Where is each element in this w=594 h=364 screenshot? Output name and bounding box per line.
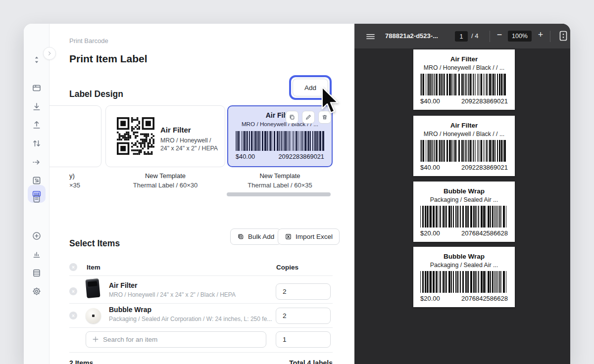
remove-item-button[interactable]: × (69, 312, 77, 319)
preview-label: Bubble Wrap Packaging / Sealed Air ... $… (413, 247, 515, 307)
tables-icon[interactable] (32, 268, 42, 278)
edit-template-button[interactable] (302, 111, 315, 124)
pdf-preview-panel: 788821a2-d523-... 1 / 4 − 100% + Air Fil… (354, 24, 570, 364)
print-label-panel: Print Barcode Print Item Label Label Des… (50, 24, 354, 364)
barcode (420, 140, 508, 162)
preview-label: Air Filter MRO / Honeywell / Black / / .… (413, 49, 515, 110)
breadcrumb: Print Barcode (69, 37, 108, 45)
page-number-input[interactable]: 1 (455, 31, 468, 42)
template-preview-title: Air Filter (160, 126, 222, 134)
column-header-item: Item (87, 264, 100, 271)
bulk-add-button[interactable]: Bulk Add (230, 228, 281, 245)
menu-icon[interactable] (366, 33, 375, 42)
page-separator: / (471, 32, 473, 40)
settings-icon[interactable] (32, 286, 42, 296)
template-preview-line1: MRO / Honeywell / (160, 136, 222, 144)
expand-panel-button[interactable] (43, 47, 56, 60)
preview-label: Air Filter MRO / Honeywell / Black / / .… (413, 116, 515, 176)
upload-icon[interactable] (32, 120, 42, 130)
item-name: Air Filter (109, 281, 138, 289)
preview-label: Bubble Wrap Packaging / Sealed Air ... $… (413, 182, 515, 242)
template-barcode-value: 2092283869021 (278, 153, 324, 160)
page-title: Print Item Label (69, 53, 148, 65)
download-icon[interactable] (32, 102, 42, 112)
item-search-input[interactable] (86, 331, 266, 348)
mouse-cursor (321, 86, 340, 114)
dispatch-icon[interactable] (32, 157, 42, 167)
divider (69, 275, 333, 276)
template-card-selected[interactable]: Air Filter MRO / Honeywell / Black / / .… (227, 105, 333, 167)
import-excel-button[interactable]: Import Excel (278, 228, 340, 245)
collapse-panel-icon[interactable] (32, 55, 42, 65)
barcode (420, 271, 508, 293)
column-header-copies: Copies (276, 264, 298, 271)
divider (490, 31, 490, 42)
remove-item-button[interactable]: × (69, 287, 77, 295)
barcode-icon[interactable] (32, 189, 42, 199)
plus-icon (92, 335, 99, 343)
app-window: Print Barcode Print Item Label Label Des… (24, 24, 570, 364)
total-pages: 4 (475, 32, 478, 40)
label-design-heading: Label Design (69, 89, 123, 99)
template-price: $40.00 (236, 153, 255, 160)
template-caption: New Template Thermal Label / 60×35 (227, 171, 333, 190)
item-name: Bubble Wrap (109, 306, 151, 314)
divider (550, 31, 550, 42)
clear-all-items-button[interactable]: × (69, 263, 77, 271)
item-description: MRO / Honeywell / 24" x 24" x 2" / Black… (109, 291, 236, 298)
sidebar (24, 24, 50, 364)
divider (69, 327, 333, 328)
items-count: 2 Items (69, 359, 93, 364)
fit-page-icon[interactable] (559, 31, 567, 43)
transfer-icon[interactable] (32, 138, 42, 148)
template-barcode (236, 131, 324, 151)
barcode (420, 74, 508, 95)
zoom-level[interactable]: 100% (508, 31, 532, 42)
air-filter-thumbnail (85, 278, 100, 298)
archive-icon[interactable] (32, 83, 42, 93)
carousel-scrollbar[interactable] (227, 192, 331, 196)
total-labels: Total 4 labels (289, 359, 333, 364)
template-card-partial[interactable] (50, 105, 101, 167)
bubble-wrap-thumbnail (86, 308, 101, 323)
copies-input[interactable] (276, 308, 331, 324)
reports-icon[interactable] (32, 249, 42, 259)
zoom-out-button[interactable]: − (495, 30, 504, 40)
item-description: Packaging / Sealed Air Corporation / W: … (109, 316, 272, 322)
template-caption: New Template Thermal Label / 60×30 (105, 171, 225, 190)
barcode (420, 206, 508, 228)
zoom-in-button[interactable]: + (536, 30, 545, 40)
pdf-filename: 788821a2-d523-... (385, 32, 438, 40)
add-circle-icon[interactable] (32, 231, 42, 241)
counting-unit-icon[interactable] (32, 176, 42, 185)
duplicate-template-button[interactable] (286, 111, 298, 124)
select-items-heading: Select Items (69, 238, 120, 249)
qr-code (117, 117, 154, 155)
pdf-toolbar: 788821a2-d523-... 1 / 4 − 100% + (354, 24, 570, 48)
copies-input[interactable] (276, 331, 331, 348)
copies-input[interactable] (276, 283, 331, 300)
divider (69, 352, 333, 353)
template-preview-line2: 24" x 24" x 2" / HEPA (160, 144, 222, 152)
divider (69, 303, 333, 304)
template-caption: y) ×35 (69, 171, 80, 190)
template-card-qr[interactable]: Air Filter MRO / Honeywell / 24" x 24" x… (105, 105, 225, 167)
